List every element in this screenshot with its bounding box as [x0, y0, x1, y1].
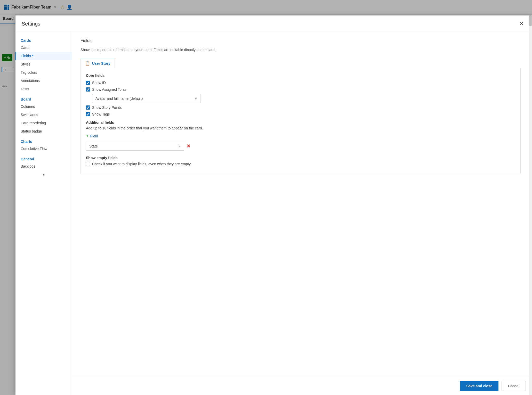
tab-user-story[interactable]: 📋 User Story — [80, 58, 115, 68]
nav-item-swimlanes[interactable]: Swimlanes — [15, 111, 72, 119]
outer-scrollbar[interactable] — [529, 15, 532, 395]
show-id-label[interactable]: Show ID — [92, 81, 106, 85]
state-field-dropdown[interactable]: State ∨ — [86, 142, 184, 151]
add-field-label: Field — [90, 134, 98, 138]
expand-icon: ▼ — [42, 172, 46, 177]
show-assigned-checkbox[interactable] — [86, 87, 90, 92]
cancel-button[interactable]: Cancel — [502, 381, 526, 391]
section-title: Fields — [80, 38, 521, 43]
show-assigned-label[interactable]: Show Assigned To as: — [92, 87, 127, 92]
nav-item-tests[interactable]: Tests — [15, 85, 72, 93]
state-field-value: State — [89, 144, 98, 148]
close-button[interactable]: ✕ — [517, 20, 526, 28]
show-empty-title: Show empty fields — [86, 156, 515, 160]
nav-item-card-reordering[interactable]: Card reordering — [15, 119, 72, 127]
nav-item-fields[interactable]: Fields * — [15, 52, 72, 60]
save-close-button[interactable]: Save and close — [460, 381, 498, 391]
nav-item-cumulative-flow[interactable]: Cumulative Flow — [15, 145, 72, 153]
main-content: Fields Show the important information to… — [72, 32, 532, 395]
nav-item-backlogs[interactable]: Backlogs — [15, 162, 72, 170]
show-id-checkbox[interactable] — [86, 81, 90, 85]
nav-item-annotations[interactable]: Annotations — [15, 77, 72, 85]
nav-item-columns[interactable]: Columns — [15, 102, 72, 111]
field-state-row: State ∨ ✕ — [86, 142, 515, 151]
nav-item-styles[interactable]: Styles — [15, 60, 72, 68]
assigned-dropdown[interactable]: Avatar and full name (default) ∨ — [92, 94, 200, 103]
add-field-button[interactable]: + Field — [86, 133, 98, 139]
nav-section-charts: Charts — [15, 137, 72, 145]
left-nav: Cards Cards Fields * Styles Tag colors A… — [15, 32, 72, 395]
assigned-dropdown-value: Avatar and full name (default) — [95, 96, 143, 101]
show-empty-section: Show empty fields Check if you want to d… — [86, 156, 515, 166]
outer-scrollbar-thumb[interactable] — [529, 15, 532, 26]
plus-icon: + — [86, 133, 89, 139]
delete-field-button[interactable]: ✕ — [187, 143, 190, 149]
show-empty-row: Check if you want to display fields, eve… — [86, 162, 515, 166]
show-story-points-row: Show Story Points — [86, 105, 515, 110]
show-tags-row: Show Tags — [86, 112, 515, 116]
dropdown-chevron-icon: ∨ — [195, 97, 197, 100]
modal-footer: Save and close Cancel — [72, 377, 532, 395]
field-dropdown-chevron-icon: ∨ — [178, 144, 181, 148]
show-assigned-row: Show Assigned To as: — [86, 87, 515, 92]
modal-title: Settings — [22, 21, 40, 27]
book-icon: 📋 — [85, 61, 90, 66]
content-area: Fields Show the important information to… — [72, 32, 529, 377]
tab-label: User Story — [92, 61, 110, 65]
additional-fields-desc: Add up to 10 fields in the order that yo… — [86, 126, 515, 130]
show-tags-label[interactable]: Show Tags — [92, 112, 110, 116]
modal-body: Cards Cards Fields * Styles Tag colors A… — [15, 32, 532, 395]
show-empty-checkbox[interactable] — [86, 162, 90, 166]
nav-item-cards[interactable]: Cards — [15, 44, 72, 52]
show-story-points-label[interactable]: Show Story Points — [92, 105, 122, 110]
content-with-scrollbar: Fields Show the important information to… — [72, 32, 532, 377]
modal-header: Settings ✕ — [15, 15, 532, 32]
fields-panel: Core fields Show ID Show Assigned To as: — [80, 68, 521, 174]
core-fields-title: Core fields — [86, 73, 515, 78]
nav-section-board: Board — [15, 95, 72, 102]
tab-strip: 📋 User Story — [80, 58, 521, 68]
show-id-row: Show ID — [86, 81, 515, 85]
show-tags-checkbox[interactable] — [86, 112, 90, 116]
nav-section-general: General — [15, 155, 72, 162]
section-description: Show the important information to your t… — [80, 47, 521, 53]
show-story-points-checkbox[interactable] — [86, 105, 90, 110]
additional-fields-title: Additional fields — [86, 120, 515, 125]
show-empty-label[interactable]: Check if you want to display fields, eve… — [92, 162, 191, 166]
settings-modal: Settings ✕ Cards Cards Fields * Styles T… — [15, 15, 532, 395]
nav-section-cards: Cards — [15, 36, 72, 44]
nav-item-status-badge[interactable]: Status badge — [15, 127, 72, 135]
nav-expand-button[interactable]: ▼ — [15, 170, 72, 179]
nav-item-tag-colors[interactable]: Tag colors — [15, 68, 72, 77]
